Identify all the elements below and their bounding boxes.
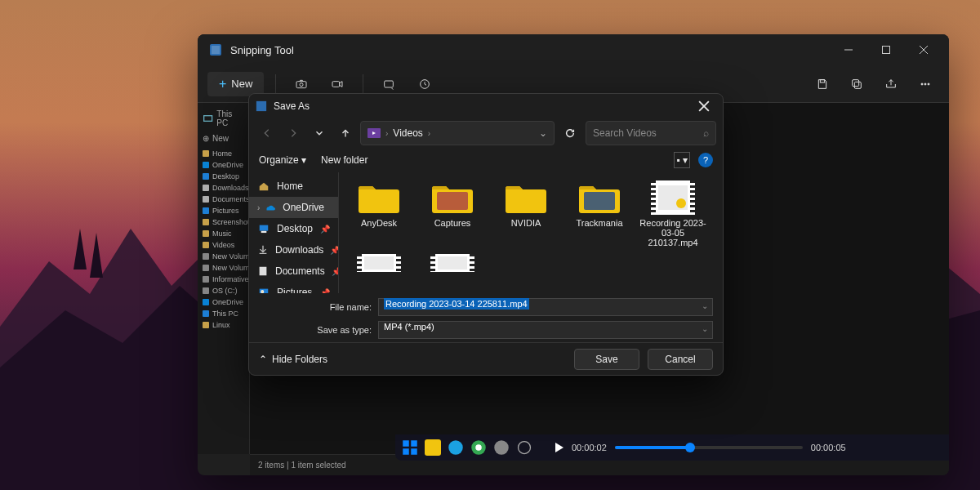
explorer-header: This PC	[198, 106, 249, 131]
folder-item[interactable]: Captures	[419, 180, 486, 247]
sidebar-item-home[interactable]: Home	[249, 176, 338, 197]
svg-point-15	[924, 83, 926, 85]
search-icon: ⌕	[703, 127, 709, 139]
back-button[interactable]	[256, 122, 278, 145]
forward-button[interactable]	[282, 122, 305, 145]
folder-item[interactable]: Trackmania	[566, 180, 633, 247]
chevron-down-icon[interactable]: ⌄	[702, 301, 708, 310]
explorer-taskbar-icon[interactable]	[425, 439, 441, 456]
sidebar-item[interactable]: Videos	[198, 239, 249, 251]
new-button[interactable]: + New	[207, 72, 264, 96]
svg-rect-33	[260, 267, 267, 276]
chevron-up-icon: ⌃	[259, 354, 267, 365]
svg-rect-31	[260, 225, 269, 231]
app-icon-generic[interactable]	[493, 439, 510, 456]
sidebar-item[interactable]: Informative	[198, 274, 249, 285]
edge-icon[interactable]	[448, 439, 464, 456]
maximize-button[interactable]	[867, 34, 905, 65]
chrome-icon[interactable]	[470, 439, 487, 456]
close-button[interactable]	[905, 34, 942, 65]
sidebar-item[interactable]: OneDrive	[198, 296, 249, 308]
svg-rect-3	[883, 47, 890, 54]
hide-folders-toggle[interactable]: ⌃ Hide Folders	[259, 354, 327, 365]
chevron-down-icon[interactable]: ⌄	[539, 127, 547, 139]
sidebar-item[interactable]: New Volume	[198, 251, 249, 262]
dialog-icon	[256, 100, 267, 112]
sidebar-item[interactable]: Linux	[198, 319, 249, 331]
svg-rect-17	[204, 116, 212, 122]
sidebar-item[interactable]: Downloads	[198, 182, 249, 194]
search-placeholder: Search Videos	[593, 127, 657, 139]
status-text: 2 items | 1 item selected	[258, 461, 346, 470]
refresh-button[interactable]	[558, 121, 582, 145]
explorer-sidebar: This PC ⊕ New HomeOneDriveDesktopDownloa…	[198, 103, 250, 454]
breadcrumb-item[interactable]: Videos	[393, 127, 422, 139]
videos-folder-icon	[368, 127, 381, 140]
folder-item[interactable]: NVIDIA	[492, 180, 559, 247]
sidebar-item-onedrive[interactable]: ›OneDrive	[249, 197, 338, 218]
file-item[interactable]: Recording 2023-03-05 210137.mp4	[639, 180, 706, 247]
up-button[interactable]	[334, 122, 357, 145]
sidebar-item[interactable]: OneDrive	[198, 159, 249, 171]
svg-point-26	[519, 442, 531, 454]
dialog-title: Save As	[274, 100, 692, 112]
sidebar-item-pictures[interactable]: Pictures📌	[249, 282, 338, 293]
svg-rect-9	[385, 81, 394, 87]
svg-rect-11	[820, 79, 824, 82]
search-input[interactable]: Search Videos ⌕	[586, 121, 716, 145]
filename-input[interactable]: Recording 2023-03-14 225811.mp4	[378, 298, 713, 316]
svg-point-16	[928, 83, 929, 85]
copy-icon[interactable]	[843, 72, 871, 96]
play-button[interactable]	[555, 443, 564, 452]
taskbar: 00:00:02 00:00:05 ^ ☁ ENGIN 📶 🔊 22:5814-…	[395, 434, 949, 461]
save-button[interactable]: Save	[574, 349, 639, 370]
progress-bar[interactable]	[615, 446, 803, 449]
sidebar-item[interactable]: Documents	[198, 194, 249, 205]
dialog-close-button[interactable]	[692, 94, 716, 118]
sidebar-item[interactable]: Music	[198, 228, 249, 239]
svg-rect-18	[403, 440, 409, 447]
cancel-button[interactable]: Cancel	[648, 349, 713, 370]
media-player: 00:00:02 00:00:05	[555, 443, 846, 452]
folder-item[interactable]: AnyDesk	[345, 180, 412, 247]
start-icon[interactable]	[402, 439, 418, 456]
sidebar-item-desktop[interactable]: Desktop📌	[249, 218, 338, 239]
organize-dropdown[interactable]: Organize ▾	[259, 154, 306, 166]
svg-rect-12	[854, 82, 861, 88]
sidebar-item[interactable]: Pictures	[198, 205, 249, 216]
svg-point-7	[300, 82, 303, 86]
address-bar[interactable]: › Videos › ⌄	[360, 121, 555, 145]
share-icon[interactable]	[877, 72, 905, 96]
file-item[interactable]	[419, 254, 486, 272]
sidebar-item[interactable]: Desktop	[198, 171, 249, 182]
save-icon[interactable]	[808, 72, 836, 96]
filetype-label: Save as type:	[306, 325, 372, 335]
recent-dropdown[interactable]	[308, 122, 331, 145]
file-item[interactable]	[345, 254, 412, 272]
delay-dropdown[interactable]	[411, 72, 439, 96]
sidebar-item[interactable]: This PC	[198, 308, 249, 319]
explorer-new[interactable]: ⊕ New	[198, 131, 249, 146]
new-folder-button[interactable]: New folder	[321, 154, 368, 166]
sidebar-item[interactable]: Home	[198, 148, 249, 159]
new-button-label: New	[231, 78, 252, 90]
sidebar-item-downloads[interactable]: Downloads📌	[249, 239, 338, 261]
separator	[275, 74, 276, 94]
sidebar-item[interactable]: New Volume	[198, 262, 249, 274]
sidebar-item[interactable]: Screenshots	[198, 216, 249, 228]
camera-icon[interactable]	[287, 72, 315, 96]
chevron-down-icon[interactable]: ⌄	[702, 324, 708, 333]
help-button[interactable]: ?	[698, 153, 713, 167]
video-icon[interactable]	[323, 72, 351, 96]
svg-rect-21	[411, 448, 417, 455]
app-icon	[209, 43, 222, 56]
settings-taskbar-icon[interactable]	[516, 439, 532, 456]
minimize-button[interactable]	[830, 34, 867, 65]
sidebar-item[interactable]: OS (C:)	[198, 285, 249, 296]
snip-mode-dropdown[interactable]	[375, 72, 403, 96]
more-icon[interactable]	[911, 72, 939, 96]
filetype-select[interactable]: MP4 (*.mp4)	[378, 321, 713, 339]
svg-rect-13	[853, 79, 859, 86]
view-options-button[interactable]: ▪ ▾	[674, 152, 690, 168]
sidebar-item-documents[interactable]: Documents📌	[249, 261, 338, 282]
